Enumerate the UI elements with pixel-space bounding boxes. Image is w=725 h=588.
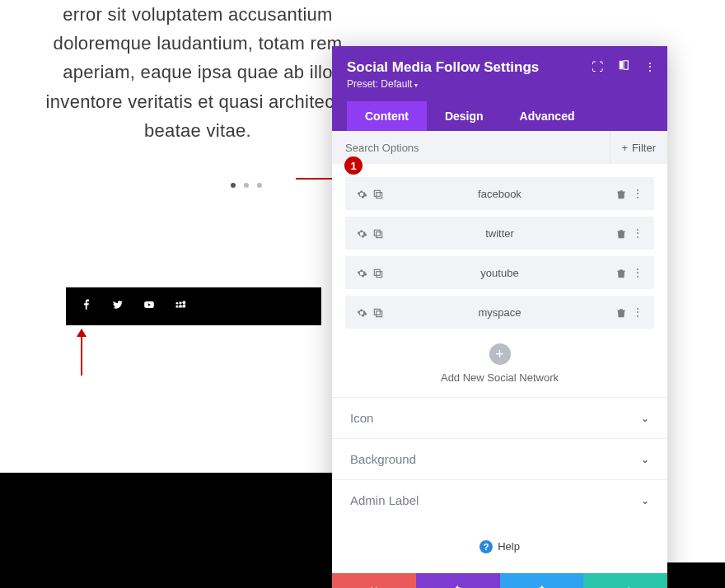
help-icon: ? bbox=[479, 540, 493, 553]
search-input[interactable] bbox=[332, 131, 610, 164]
duplicate-icon[interactable] bbox=[372, 266, 384, 279]
cancel-button[interactable] bbox=[332, 573, 416, 588]
social-network-item[interactable]: twitter ⋮ bbox=[345, 217, 654, 250]
gear-icon[interactable] bbox=[356, 306, 367, 319]
page-dark-section bbox=[0, 473, 332, 588]
add-social-network-button[interactable]: + bbox=[489, 343, 511, 365]
svg-rect-10 bbox=[377, 272, 382, 278]
duplicate-icon[interactable] bbox=[372, 187, 384, 200]
redo-button[interactable] bbox=[500, 573, 584, 588]
svg-rect-9 bbox=[374, 269, 380, 275]
snap-icon[interactable] bbox=[618, 59, 629, 73]
svg-point-0 bbox=[176, 302, 179, 305]
twitter-icon[interactable] bbox=[112, 299, 124, 314]
social-network-item[interactable]: youtube ⋮ bbox=[345, 256, 654, 289]
social-network-list: facebook ⋮ twitter ⋮ youtube ⋮ myspace ⋮… bbox=[332, 164, 667, 397]
svg-rect-7 bbox=[374, 230, 380, 236]
help-link[interactable]: ?Help bbox=[332, 520, 667, 573]
accordion-background[interactable]: Background⌄ bbox=[332, 438, 667, 479]
kebab-icon[interactable]: ⋮ bbox=[632, 187, 643, 200]
gear-icon[interactable] bbox=[356, 226, 367, 240]
chevron-down-icon: ⌄ bbox=[641, 495, 649, 506]
kebab-icon[interactable]: ⋮ bbox=[632, 266, 643, 279]
kebab-icon[interactable]: ⋮ bbox=[644, 60, 656, 73]
panel-header: Social Media Follow Settings Preset: Def… bbox=[332, 46, 667, 131]
filter-button[interactable]: +Filter bbox=[610, 131, 667, 164]
trash-icon[interactable] bbox=[615, 226, 627, 240]
social-follow-module[interactable] bbox=[66, 287, 321, 325]
dot-active[interactable] bbox=[231, 183, 236, 188]
panel-tabs: Content Design Advanced bbox=[347, 101, 652, 131]
dot[interactable] bbox=[257, 183, 262, 188]
settings-panel: Social Media Follow Settings Preset: Def… bbox=[332, 46, 667, 588]
duplicate-icon[interactable] bbox=[372, 226, 384, 240]
svg-rect-8 bbox=[377, 232, 382, 238]
social-network-item[interactable]: myspace ⋮ bbox=[345, 296, 654, 329]
svg-rect-3 bbox=[620, 61, 623, 70]
panel-footer bbox=[332, 573, 667, 588]
accordion-admin-label[interactable]: Admin Label⌄ bbox=[332, 479, 667, 520]
trash-icon[interactable] bbox=[615, 306, 627, 319]
item-label: youtube bbox=[386, 267, 613, 279]
social-network-item[interactable]: facebook ⋮ bbox=[345, 177, 654, 210]
accordion-icon[interactable]: Icon⌄ bbox=[332, 397, 667, 438]
slider-pagination[interactable] bbox=[231, 183, 262, 188]
facebook-icon[interactable] bbox=[81, 299, 92, 314]
save-button[interactable] bbox=[583, 573, 667, 588]
annotation-arrow-vertical bbox=[81, 329, 82, 376]
tab-content[interactable]: Content bbox=[347, 101, 427, 131]
youtube-icon[interactable] bbox=[143, 299, 155, 314]
tab-design[interactable]: Design bbox=[427, 101, 502, 131]
tab-advanced[interactable]: Advanced bbox=[502, 101, 593, 131]
chevron-down-icon: ⌄ bbox=[641, 413, 649, 424]
myspace-icon[interactable] bbox=[175, 299, 186, 314]
gear-icon[interactable] bbox=[356, 266, 367, 279]
item-label: facebook bbox=[386, 188, 613, 200]
annotation-callout-1: 1 bbox=[344, 156, 362, 175]
trash-icon[interactable] bbox=[615, 266, 627, 279]
item-label: myspace bbox=[386, 306, 613, 319]
chevron-down-icon: ⌄ bbox=[641, 454, 649, 465]
svg-rect-6 bbox=[377, 193, 382, 198]
gear-icon[interactable] bbox=[356, 187, 367, 200]
trash-icon[interactable] bbox=[615, 187, 627, 200]
expand-icon[interactable]: ⛶ bbox=[592, 60, 603, 73]
svg-rect-12 bbox=[377, 311, 382, 317]
page-dark-section-right bbox=[667, 562, 725, 588]
preset-dropdown[interactable]: Preset: Default bbox=[347, 78, 652, 90]
svg-point-2 bbox=[182, 301, 185, 304]
svg-point-1 bbox=[179, 301, 181, 304]
kebab-icon[interactable]: ⋮ bbox=[632, 306, 643, 319]
svg-rect-4 bbox=[624, 61, 628, 70]
dot[interactable] bbox=[244, 183, 249, 188]
undo-button[interactable] bbox=[416, 573, 500, 588]
add-social-network-label: Add New Social Network bbox=[345, 371, 654, 384]
item-label: twitter bbox=[386, 227, 613, 240]
kebab-icon[interactable]: ⋮ bbox=[632, 226, 643, 240]
svg-rect-5 bbox=[374, 190, 380, 196]
duplicate-icon[interactable] bbox=[372, 306, 384, 319]
search-row: +Filter bbox=[332, 131, 667, 164]
svg-rect-11 bbox=[374, 309, 380, 315]
